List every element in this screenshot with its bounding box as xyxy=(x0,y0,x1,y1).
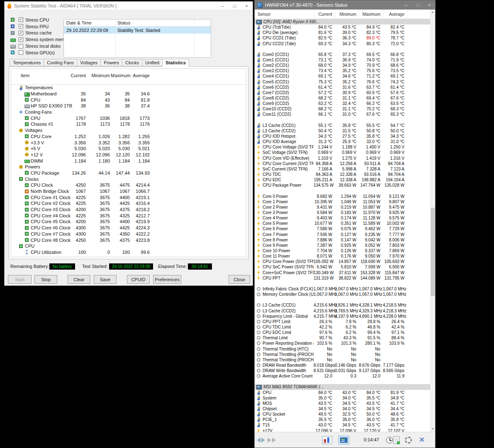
scroll-down-icon[interactable]: ▼ xyxy=(431,426,435,432)
sensor-row[interactable]: Core 7 Power7.595 W0.127 W9.235 W7.777 W xyxy=(255,231,431,237)
stats-group-row[interactable]: Clocks xyxy=(11,176,246,182)
maximize-icon[interactable]: □ xyxy=(229,2,241,10)
sensor-row[interactable]: SoC Voltage (SVI2 TFN)0.969 V0.969 V0.96… xyxy=(255,150,431,155)
stress-option[interactable]: ✓Stress FPU xyxy=(10,23,72,30)
sensor-row[interactable]: Core 9 Power7.387 W0.925 W9.052 W7.803 W xyxy=(255,243,431,248)
sensor-group-header[interactable]: CPU [#0]: AMD Ryzen 9 590... xyxy=(255,19,431,24)
sensor-row[interactable]: CPU Socket49.5 °C32.5 °C50.0 °C48.6 °C xyxy=(255,411,431,417)
sensor-row[interactable]: Thermal Throttling (HTC)NoNoNo xyxy=(255,346,431,351)
sensor-row[interactable]: T1543.0 °C34.5 °C43.5 °C41.7 °C xyxy=(255,422,431,428)
clear-button[interactable]: Clear xyxy=(68,275,90,284)
stats-item-row[interactable]: +12 V12.09612.09612.12012.102 xyxy=(11,152,246,158)
sensor-row[interactable]: Core9 (CCD2)63.2 °C32.4 °C66.2 °C63.5 °C xyxy=(255,101,431,106)
stats-item-row[interactable]: CPU Utilization100010099.6 xyxy=(11,249,246,256)
stats-item-row[interactable]: CPU84438481.8 xyxy=(11,97,246,103)
close-button[interactable]: Close xyxy=(229,275,250,284)
stats-item-row[interactable]: +3.3 V3.3563.3523.3563.355 xyxy=(11,139,246,146)
sensor-row[interactable]: Core6 (CCD2)61.4 °C31.6 °C63.7 °C61.4 °C xyxy=(255,85,431,90)
tab-powers[interactable]: Powers xyxy=(101,59,122,66)
stats-item-row[interactable]: DIMM1.1841.1801.1841.184 xyxy=(11,158,246,164)
stats-item-row[interactable]: CPU Core #8 Clock4250367543754223.8 xyxy=(11,237,246,243)
sensor-row[interactable]: Core1 (CCD1)73.1 °C36.9 °C74.0 °C71.9 °C xyxy=(255,57,431,63)
stats-item-row[interactable]: CPU Clock4250367544754214.4 xyxy=(11,182,246,188)
stats-item-row[interactable]: HP SSD EX950 1TB38363837.4 xyxy=(11,103,246,109)
sensor-row[interactable]: SoC Current (SVI2 TFN)7.166 A5.998 A7.32… xyxy=(255,166,431,172)
sensor-row[interactable]: Core7 (CCD2)57.2 °C30.9 °C60.5 °C57.6 °C xyxy=(255,90,431,95)
tab-cooling-fans[interactable]: Cooling Fans xyxy=(44,59,77,66)
stats-group-row[interactable]: Temperatures xyxy=(11,85,246,91)
stats-item-row[interactable]: CPU Core #5 Clock4200367544004219.9 xyxy=(11,219,246,225)
sensor-row[interactable]: L3 Cache (CCD2)50.4 °C31.5 °C50.8 °C50.0… xyxy=(255,128,431,134)
checkbox[interactable]: ✓ xyxy=(19,24,23,29)
checkbox[interactable]: ✓ xyxy=(19,17,23,22)
preferences-button[interactable]: Preferences xyxy=(153,275,181,284)
clock-icon[interactable] xyxy=(386,437,393,443)
sensor-row[interactable]: Core 3 Power9.584 W0.183 W11.970 W9.925 … xyxy=(255,210,431,215)
sensor-row[interactable]: L3 Cache (CCD2)4,215.6 MHz3,769.5 MHz4,3… xyxy=(255,308,431,313)
sensor-row[interactable]: Core+SoC Power (SVI2 TFN)130.349 W37.611… xyxy=(255,270,431,275)
hwinfo-titlebar[interactable]: HWiNFO64 v7.30-4870 - Sensors Status – □… xyxy=(255,0,435,10)
sensor-row[interactable]: DRAM Read Bandwidth8.018 Gbps0.146 Gbps8… xyxy=(255,363,431,368)
sensor-row[interactable]: CPU Die (average)81.6 °C39.0 °C82.3 °C79… xyxy=(255,30,431,35)
aida64-titlebar[interactable]: System Stability Test - AIDA64 [ TRIAL V… xyxy=(5,2,253,10)
sensors-button[interactable] xyxy=(338,436,349,444)
tab-temperatures[interactable]: Temperatures xyxy=(10,59,44,66)
sensor-row[interactable]: Core 0 Power8.682 W1.294 W11.054 W9.121 … xyxy=(255,194,431,199)
close-icon[interactable]: × xyxy=(423,0,435,10)
stats-item-row[interactable]: CPU Package134.2644.14147.44134.93 xyxy=(11,170,246,176)
stats-group-row[interactable]: CPU xyxy=(11,243,246,249)
forward-arrows-icon[interactable] xyxy=(268,438,276,443)
close-sensors-icon[interactable]: ✕ xyxy=(419,436,425,444)
sensor-row[interactable]: CPU Core VID (Effective)1.319 V1.275 V1.… xyxy=(255,156,431,161)
scrollbar[interactable]: ▲ ▼ xyxy=(430,10,435,432)
sensor-row[interactable]: CPU Core Voltage (SVI2 TFN)1.244 V1.188 … xyxy=(255,144,431,150)
sensor-row[interactable]: Power Reporting Deviation (...102.5 %101… xyxy=(255,341,431,346)
sensor-row[interactable]: CPU Core Current (SVI2 TFN)84.358 A12.25… xyxy=(255,161,431,166)
sensor-row[interactable]: Core 5 Power10.677 W0.351 W11.589 W10.00… xyxy=(255,221,431,226)
stats-item-row[interactable]: North Bridge Clock1067106710671066.7 xyxy=(11,188,246,195)
cpuid-button[interactable]: CPUID xyxy=(127,275,150,284)
sensor-row[interactable]: Thermal Limit90.7 %43.3 %91.5 %88.4 % xyxy=(255,335,431,341)
sensor-row[interactable]: Core4 (CCD1)69.1 °C34.6 °C71.2 °C69.1 °C xyxy=(255,73,431,79)
sensor-row[interactable]: Core8 (CCD2)68.2 °C31.1 °C69.4 °C67.6 °C xyxy=(255,95,431,101)
tab-unified[interactable]: Unified xyxy=(142,59,163,66)
sensor-row[interactable]: Average Active Core Count12.00.312.011.9 xyxy=(255,373,431,379)
checkbox[interactable] xyxy=(19,44,23,49)
sensor-row[interactable]: CPU84.0 °C43.0 °C84.0 °C81.9 °C xyxy=(255,390,431,395)
report-button[interactable] xyxy=(393,436,399,444)
maximize-icon[interactable]: □ xyxy=(412,0,423,10)
sensor-row[interactable]: Core11 (CCD2)66.1 °C31.0 °C67.6 °C65.3 °… xyxy=(255,112,431,117)
sensor-row[interactable]: Core 8 Power7.886 W0.147 W9.042 W8.006 W xyxy=(255,237,431,243)
sensor-row[interactable]: Core 6 Power7.580 W0.075 W9.462 W7.729 W xyxy=(255,226,431,231)
stress-option[interactable]: ✓Stress system memory xyxy=(10,36,72,43)
sensor-row[interactable]: CPU (Tctl/Tdie)84.0 °C43.5 °C84.9 °C82.4… xyxy=(255,24,431,30)
sensor-row[interactable]: PCIE_135.5 °C35.0 °C36.0 °C35.8 °C xyxy=(255,417,431,422)
settings-button[interactable] xyxy=(405,436,412,443)
sensor-row[interactable]: Infinity Fabric Clock (FCLK)1,067.0 MHz1… xyxy=(255,286,431,292)
sensor-row[interactable]: CPU SoC Power (SVI2 TFN)6.942 W5.810 W7.… xyxy=(255,264,431,270)
tab-clocks[interactable]: Clocks xyxy=(122,59,142,66)
sensor-row[interactable]: CPU EDC195.211 A12.338 A198.882 A194.154… xyxy=(255,177,431,183)
stats-item-row[interactable]: CPU Core #4 Clock4225367543254212.7 xyxy=(11,212,246,219)
sensor-row[interactable]: Thermal Throttling (PROCHO...NoNoNo xyxy=(255,352,431,357)
stress-option[interactable]: ✓Stress cache xyxy=(10,30,72,37)
history-arrows-icon[interactable] xyxy=(257,438,265,443)
sensor-row[interactable]: L3 Cache (CCD1)55.1 °C35.8 °C55.5 °C54.7… xyxy=(255,123,431,128)
tab-statistics[interactable]: Statistics xyxy=(163,59,189,67)
sensor-row[interactable]: CPU PPT131.319 W38.822 W144.089 W131.795… xyxy=(255,275,431,281)
sensor-row[interactable]: Core 11 Power8.071 W0.176 W9.050 W7.970 … xyxy=(255,253,431,259)
sensor-row[interactable]: Thermal Throttling (PROCHO...NoNoNo xyxy=(255,357,431,363)
sensor-row[interactable]: CPU EDC Limit97.6 %6.2 %99.4 %97.1 % xyxy=(255,330,431,335)
minimize-icon[interactable]: – xyxy=(400,0,412,10)
stress-option[interactable]: Stress local disks xyxy=(10,43,72,49)
start-button[interactable]: Start xyxy=(8,275,32,284)
tab-voltages[interactable]: Voltages xyxy=(77,59,101,66)
sensor-row[interactable]: Core2 (CCD1)68.0 °C34.9 °C70.9 °C68.6 °C xyxy=(255,63,431,68)
sensor-row[interactable]: Chipset34.5 °C34.0 °C34.5 °C34.4 °C xyxy=(255,406,431,411)
stats-group-row[interactable]: Cooling Fans xyxy=(11,109,246,115)
stress-option[interactable]: Stress GPU(s) xyxy=(10,49,72,56)
sensor-row[interactable]: Core 4 Power9.403 W0.174 W11.128 W9.575 … xyxy=(255,215,431,221)
graph-button[interactable] xyxy=(322,436,332,444)
sensor-row[interactable]: CPU Core Power (SVI2 TFN)105.092 W14.857… xyxy=(255,259,431,264)
stop-button[interactable]: Stop xyxy=(34,275,57,284)
